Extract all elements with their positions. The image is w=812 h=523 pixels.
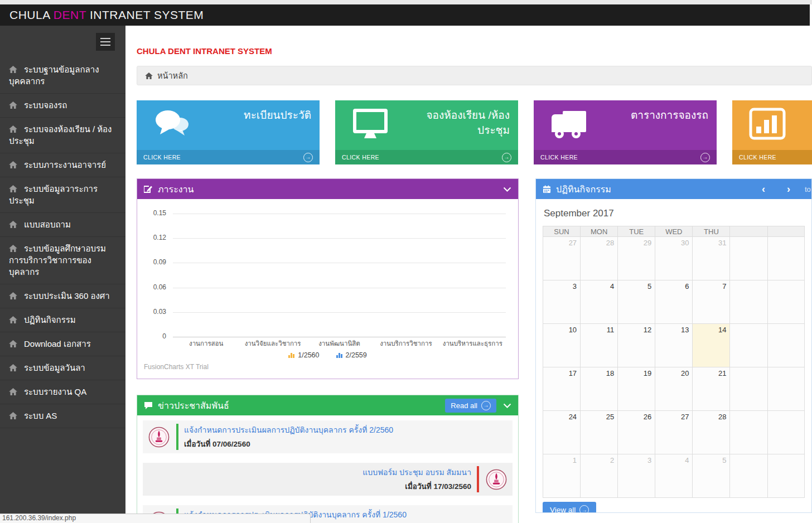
sidebar-item-360-evaluation[interactable]: ระบบประเมิน 360 องศา	[0, 284, 125, 308]
card-action-label: CLICK HERE	[739, 154, 776, 161]
news-item: แจ้งกำหนดการประเมินผลการปฏิบัติงานบุคลาก…	[143, 420, 513, 453]
brand-part1: CHULA	[9, 8, 54, 21]
calendar-prev-button[interactable]: ‹	[762, 179, 765, 199]
card-footer: CLICK HERE →	[534, 150, 717, 164]
chart-x-tick: งานการสอน	[173, 338, 239, 348]
sidebar-toggle-button[interactable]	[96, 33, 115, 51]
news-link[interactable]: แบบฟอร์ม ประชุม อบรม สัมมนา	[362, 466, 471, 478]
view-all-button[interactable]: View all →	[543, 502, 596, 513]
read-all-button[interactable]: Read all →	[445, 399, 496, 413]
calendar-day-cell: 20	[655, 367, 692, 411]
edit-icon	[144, 185, 153, 193]
calendar-week-row: 12345	[543, 454, 805, 498]
card-room-booking[interactable]: จองห้องเรียน /ห้องประชุม CLICK HERE →	[335, 100, 518, 164]
calendar-day-cell: 3	[543, 280, 580, 324]
card-action-label: CLICK HERE	[540, 154, 578, 161]
legend-bar-swatch	[336, 353, 342, 358]
calendar-today-button[interactable]: to	[805, 179, 811, 199]
sidebar-menu: ระบบฐานข้อมูลกลางบุคคลากร ระบบจองรถ ระบบ…	[0, 58, 125, 428]
sidebar-item-label: ระบบข้อมูลศึกษาอบรม การบริการวิชาการของบ…	[9, 244, 106, 277]
sidebar-item-download-documents[interactable]: Download เอกสาร	[0, 332, 125, 356]
calendar-day-cell: 28	[580, 237, 617, 280]
page-title: CHULA DENT INTRANET SYSTEM	[137, 46, 272, 56]
sidebar-item-questionnaire[interactable]: แบบสอบถาม	[0, 213, 125, 237]
card-personal-record[interactable]: ทะเบียนประวัติ CLICK HERE →	[137, 100, 320, 164]
calendar-next-button[interactable]: ›	[787, 179, 790, 199]
sidebar-item-leave-info[interactable]: ระบบข้อมูลวันลา	[0, 356, 125, 380]
calendar-day-cell: 30	[655, 237, 692, 280]
sidebar-item-qa-report[interactable]: ระบบรายงาน QA	[0, 380, 125, 404]
chart-x-tick: งานพัฒนานิสิต	[306, 338, 373, 348]
sidebar-item-car-booking[interactable]: ระบบจองรถ	[0, 94, 125, 118]
shortcut-cards-row: ทะเบียนประวัติ CLICK HERE → จองห้องเรียน…	[137, 100, 812, 164]
sidebar: ระบบฐานข้อมูลกลางบุคคลากร ระบบจองรถ ระบบ…	[0, 26, 125, 523]
calendar-day-header: MON	[580, 226, 617, 237]
sidebar-item-room-booking[interactable]: ระบบจองห้องเรียน / ห้องประชุม	[0, 118, 125, 153]
card-action-label: CLICK HERE	[342, 154, 379, 161]
home-icon	[9, 125, 17, 133]
news-panel-title: ข่าวประชาสัมพันธ์	[158, 399, 229, 413]
truck-icon	[550, 108, 587, 143]
legend-item[interactable]: 1/2560	[288, 351, 319, 359]
chart-y-tick: 0.09	[142, 258, 166, 266]
card-title: จองห้องเรียน /ห้องประชุม	[409, 108, 510, 138]
calendar-panel-title: ปฏิทินกิจกรรม	[556, 182, 611, 196]
calendar-month-title: September 2017	[544, 208, 805, 219]
sidebar-item-label: ระบบจองรถ	[24, 100, 67, 110]
calendar-day-cell: 2	[580, 454, 617, 498]
card-car-schedule[interactable]: ตารางการจองรถ CLICK HERE →	[534, 100, 717, 164]
chart-y-tick: 0.06	[142, 283, 166, 291]
calendar-day-cell: 17	[543, 367, 580, 411]
sidebar-item-label: ระบบข้อมูลวันลา	[24, 363, 85, 372]
calendar-day-cell: 27	[655, 411, 692, 454]
sidebar-item-label: ปฏิทินกิจกรรม	[24, 315, 76, 325]
calendar-day-cell: 24	[543, 411, 580, 454]
home-icon	[9, 412, 17, 419]
sidebar-item-personnel-db[interactable]: ระบบฐานข้อมูลกลางบุคคลากร	[0, 58, 125, 94]
chart-gridline	[173, 288, 506, 288]
card-statistics[interactable]: CLICK HERE →	[732, 100, 812, 164]
legend-label: 1/2560	[298, 351, 319, 359]
sidebar-item-label: ระบบภาระงานอาจารย์	[24, 160, 106, 170]
legend-item[interactable]: 2/2559	[336, 351, 367, 359]
calendar-day-cell: 29	[617, 237, 655, 280]
calendar-day-cell: 10	[543, 324, 580, 367]
legend-label: 2/2559	[346, 351, 367, 359]
news-panel: ข่าวประชาสัมพันธ์ Read all → แจ้งกำหนดกา…	[137, 395, 519, 523]
workload-panel: ภาระงาน 0.150.120.090.060.030 งานการสอนง…	[137, 178, 519, 379]
top-navbar: CHULA DENT INTRANET SYSTEM	[0, 4, 810, 26]
sidebar-item-meeting-agenda[interactable]: ระบบข้อมูลวาระการประชุม	[0, 177, 125, 213]
brand-part2: INTRANET SYSTEM	[86, 8, 204, 21]
calendar-day-cell	[767, 411, 805, 454]
calendar-body: September 2017 SUN MON TUE WED THU 27282…	[536, 199, 811, 513]
chevron-down-icon[interactable]	[503, 403, 511, 408]
calendar-panel: ปฏิทินกิจกรรม ‹ › to September 2017 SUN …	[535, 178, 812, 513]
calendar-week-row: 1718192021	[543, 367, 805, 411]
chart-gridline	[173, 214, 506, 214]
calendar-day-header: WED	[655, 226, 692, 237]
sidebar-item-training-info[interactable]: ระบบข้อมูลศึกษาอบรม การบริการวิชาการของบ…	[0, 237, 125, 284]
card-title: ทะเบียนประวัติ	[244, 108, 311, 123]
read-all-label: Read all	[451, 401, 477, 410]
calendar-day-cell: 18	[580, 367, 617, 411]
home-icon	[9, 245, 17, 252]
bar-chart-icon	[749, 108, 786, 142]
calendar-week-row: 2425262728	[543, 411, 805, 454]
calendar-day-cell	[729, 454, 767, 498]
home-icon	[9, 185, 17, 192]
chevron-down-icon[interactable]	[503, 187, 511, 192]
news-panel-header: ข่าวประชาสัมพันธ์ Read all →	[137, 395, 518, 415]
sidebar-item-activity-calendar[interactable]: ปฏิทินกิจกรรม	[0, 308, 125, 332]
arrow-circle-icon: →	[481, 401, 491, 410]
news-link[interactable]: แจ้งกำหนดการประเมินผลการปฏิบัติงานบุคลาก…	[184, 424, 393, 436]
breadcrumb-home-link[interactable]: หน้าหลัก	[157, 69, 188, 82]
sidebar-item-teacher-workload[interactable]: ระบบภาระงานอาจารย์	[0, 153, 125, 177]
card-footer: CLICK HERE →	[137, 150, 320, 164]
chart-gridline	[173, 312, 506, 313]
calendar-day-cell: 27	[543, 237, 580, 280]
workload-panel-header: ภาระงาน	[137, 179, 518, 199]
calendar-day-cell: 1	[543, 454, 580, 498]
chart-y-tick: 0.15	[142, 209, 166, 217]
home-icon	[9, 364, 17, 371]
sidebar-item-as-system[interactable]: ระบบ AS	[0, 404, 125, 428]
